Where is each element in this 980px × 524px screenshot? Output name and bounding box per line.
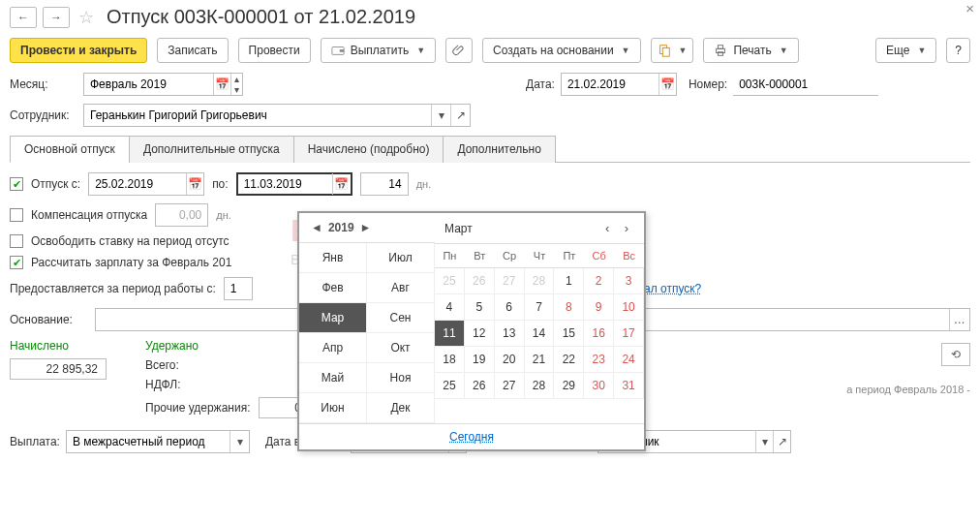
month-next[interactable]: › [619,221,634,235]
day-18[interactable]: 18 [435,347,465,373]
day-5[interactable]: 5 [465,294,495,321]
day-16[interactable]: 16 [584,321,614,347]
day-3[interactable]: 3 [614,268,644,294]
day-10[interactable]: 10 [614,294,644,321]
day-28[interactable]: 28 [525,268,555,294]
tab-additional[interactable]: Дополнительно [443,136,555,163]
open-ref-icon[interactable]: ↗ [773,431,790,452]
tab-accrued-details[interactable]: Начислено (подробно) [293,136,444,163]
month-cell-Окт[interactable]: Окт [367,333,435,363]
payout-field[interactable]: ▾ [66,430,250,453]
dow-Вт: Вт [465,244,495,268]
calendar-icon[interactable]: 📅 [332,173,350,195]
number-field[interactable] [733,73,878,96]
day-2[interactable]: 2 [584,268,614,294]
month-cell-Фев[interactable]: Фев [299,273,367,303]
day-17[interactable]: 17 [614,321,644,347]
month-cell-Сен[interactable]: Сен [367,303,435,333]
month-field[interactable]: 📅 ▴▾ [83,73,243,96]
month-cell-Янв[interactable]: Янв [299,243,367,273]
day-19[interactable]: 19 [465,347,495,373]
tab-additional-vacations[interactable]: Дополнительные отпуска [129,136,294,163]
employee-field[interactable]: ▾ ↗ [83,104,471,127]
period-from-field[interactable] [224,277,253,300]
payout-button[interactable]: Выплатить▼ [321,38,436,63]
days-unit: дн. [416,178,432,190]
year-prev[interactable]: ◄ [311,221,322,234]
day-4[interactable]: 4 [435,294,465,321]
day-12[interactable]: 12 [465,321,495,347]
compensation-days-field[interactable] [155,203,208,227]
month-cell-Ноя[interactable]: Ноя [367,363,435,393]
day-27[interactable]: 27 [495,373,525,399]
day-26[interactable]: 26 [465,268,495,294]
date-field[interactable]: 📅 [561,73,677,96]
day-24[interactable]: 24 [614,347,644,373]
compensation-checkbox[interactable] [10,208,23,222]
days-field[interactable] [360,172,409,196]
calendar-icon[interactable]: 📅 [213,74,230,95]
ellipsis-icon[interactable]: … [949,309,970,330]
month-cell-Май[interactable]: Май [299,363,367,393]
day-9[interactable]: 9 [584,294,614,321]
day-28[interactable]: 28 [525,373,555,399]
day-15[interactable]: 15 [554,321,584,347]
day-22[interactable]: 22 [554,347,584,373]
calc-salary-checkbox[interactable] [10,256,23,269]
attach-button[interactable] [445,38,473,63]
create-based-button[interactable]: Создать на основании▼ [482,38,640,63]
month-cell-Дек[interactable]: Дек [367,393,435,423]
day-29[interactable]: 29 [554,373,584,399]
day-30[interactable]: 30 [584,373,614,399]
day-26[interactable]: 26 [465,373,495,399]
day-6[interactable]: 6 [495,294,525,321]
template-button[interactable]: ▼ [651,38,694,63]
day-31[interactable]: 31 [614,373,644,399]
help-button[interactable]: ? [946,38,970,63]
day-20[interactable]: 20 [495,347,525,373]
dropdown-icon[interactable]: ▾ [431,105,450,126]
month-cell-Авг[interactable]: Авг [367,273,435,303]
nav-back-button[interactable]: ← [10,7,37,28]
vacation-from-label: Отпуск с: [31,177,80,191]
month-spinner[interactable]: ▴▾ [230,74,242,95]
day-14[interactable]: 14 [525,321,555,347]
release-rate-checkbox[interactable] [10,234,23,248]
month-cell-Апр[interactable]: Апр [299,333,367,363]
more-button[interactable]: Еще▼ [875,38,936,63]
month-cell-Июн[interactable]: Июн [299,393,367,423]
open-ref-icon[interactable]: ↗ [450,105,470,126]
day-1[interactable]: 1 [554,268,584,294]
save-button[interactable]: Записать [157,38,228,63]
day-25[interactable]: 25 [435,268,465,294]
favorite-icon[interactable]: ☆ [76,7,97,28]
day-27[interactable]: 27 [495,268,525,294]
day-25[interactable]: 25 [435,373,465,399]
employee-label: Сотрудник: [10,108,77,122]
dropdown-icon[interactable]: ▾ [755,431,773,452]
calendar-icon[interactable]: 📅 [186,173,203,195]
day-8[interactable]: 8 [554,294,584,321]
calendar-icon[interactable]: 📅 [658,74,676,95]
month-cell-Июл[interactable]: Июл [367,243,435,273]
day-11[interactable]: 11 [435,321,465,347]
tab-main-vacation[interactable]: Основной отпуск [10,136,130,163]
month-prev[interactable]: ‹ [599,221,615,235]
day-23[interactable]: 23 [584,347,614,373]
post-button[interactable]: Провести [238,38,311,63]
today-link[interactable]: Сегодня [449,430,494,444]
dropdown-icon[interactable]: ▾ [230,431,249,452]
day-13[interactable]: 13 [495,321,525,347]
date-from-field[interactable]: 📅 [88,172,204,196]
year-next[interactable]: ► [360,221,372,234]
day-7[interactable]: 7 [525,294,555,321]
date-to-field[interactable]: 📅 [236,172,352,196]
print-button[interactable]: Печать▼ [703,38,798,63]
post-and-close-button[interactable]: Провести и закрыть [10,38,147,63]
month-cell-Мар[interactable]: Мар [299,303,367,333]
refresh-button[interactable]: ⟲ [941,343,970,366]
close-icon[interactable]: × [965,0,974,16]
vacation-checkbox[interactable] [10,177,23,191]
day-21[interactable]: 21 [525,347,555,373]
nav-fwd-button[interactable]: → [43,7,70,28]
